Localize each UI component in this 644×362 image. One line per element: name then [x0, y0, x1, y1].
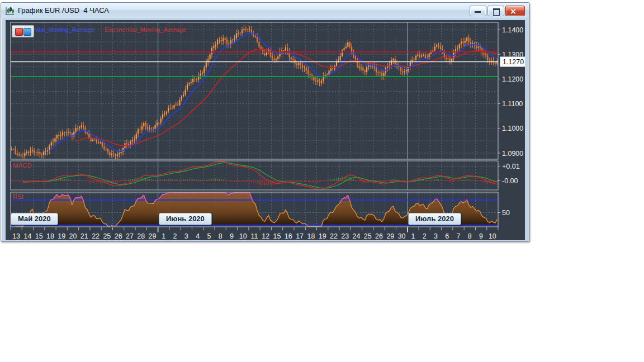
current-price-box: 1.1270	[500, 56, 525, 67]
svg-text:2: 2	[423, 232, 427, 240]
svg-text:-0.00: -0.00	[502, 177, 518, 185]
close-icon	[506, 6, 524, 16]
month-button-june[interactable]: Июнь 2020	[159, 213, 212, 225]
svg-text:20: 20	[69, 232, 77, 240]
minimize-button[interactable]	[470, 6, 486, 16]
legend-swatch-slow-ema[interactable]	[15, 28, 23, 36]
svg-text:6: 6	[445, 232, 449, 240]
svg-text:19: 19	[319, 232, 326, 240]
svg-text:21: 21	[80, 232, 88, 240]
svg-text:18: 18	[46, 232, 54, 240]
svg-text:24: 24	[353, 232, 361, 240]
svg-text:26: 26	[375, 232, 383, 240]
x-axis: 1314151819202122252627282912345891011121…	[11, 227, 498, 240]
close-button[interactable]	[505, 6, 525, 16]
svg-text:15: 15	[35, 232, 43, 240]
svg-text:1: 1	[162, 232, 165, 240]
svg-text:18: 18	[307, 232, 315, 240]
svg-text:7: 7	[457, 232, 461, 240]
svg-text:26: 26	[115, 232, 122, 240]
svg-text:9: 9	[230, 232, 234, 240]
svg-text:+0.01: +0.01	[502, 163, 520, 170]
macd-pane	[11, 161, 498, 189]
svg-text:13: 13	[12, 232, 20, 240]
svg-text:8: 8	[219, 232, 222, 240]
svg-text:3: 3	[184, 232, 188, 240]
chart-window: График EUR /USD 4 ЧАСА 1.14001.13001.120…	[1, 2, 530, 242]
svg-text:1.1000: 1.1000	[502, 125, 523, 132]
svg-text:25: 25	[364, 232, 372, 240]
ema-slow-line	[76, 49, 498, 146]
svg-text:12: 12	[262, 232, 269, 240]
svg-text:50: 50	[502, 209, 510, 217]
svg-text:1.1200: 1.1200	[502, 75, 523, 83]
svg-text:4: 4	[196, 232, 200, 240]
svg-text:23: 23	[341, 232, 349, 240]
svg-text:15: 15	[273, 232, 281, 240]
svg-text:19: 19	[58, 232, 65, 240]
chart-canvas[interactable]: 1.14001.13001.12001.11001.10001.0900+0.0…	[6, 20, 525, 240]
svg-text:27: 27	[126, 232, 134, 240]
svg-text:30: 30	[398, 232, 406, 240]
svg-text:9: 9	[479, 232, 483, 240]
minimize-icon	[475, 11, 481, 13]
svg-text:11: 11	[251, 232, 258, 240]
price-axis-labels: 1.14001.13001.12001.11001.10001.0900	[498, 26, 523, 158]
svg-text:14: 14	[23, 232, 31, 240]
panel-borders	[11, 22, 498, 227]
legend-swatches	[12, 25, 34, 37]
rsi-label: RSI	[13, 193, 23, 200]
window-title: График EUR /USD 4 ЧАСА	[18, 6, 109, 15]
window-controls	[470, 6, 525, 16]
svg-text:2: 2	[173, 232, 177, 240]
legend-swatch-fast-ema[interactable]	[23, 28, 31, 36]
svg-text:28: 28	[137, 232, 145, 240]
svg-text:1: 1	[411, 232, 415, 240]
svg-text:10: 10	[489, 232, 496, 240]
svg-text:5: 5	[207, 232, 211, 240]
rsi-axis-labels: 50	[498, 209, 510, 217]
svg-text:17: 17	[296, 232, 304, 240]
svg-text:8: 8	[468, 232, 472, 240]
gridlines	[11, 22, 498, 227]
svg-text:1.0900: 1.0900	[502, 150, 523, 158]
legend-label-slow-ema: Exponential_Moving_Average	[105, 26, 186, 33]
month-button-july[interactable]: Июль 2020	[408, 213, 461, 225]
svg-text:10: 10	[239, 232, 247, 240]
maximize-button[interactable]	[487, 6, 504, 16]
svg-text:22: 22	[92, 232, 100, 240]
svg-text:29: 29	[149, 232, 157, 240]
candlesticks	[11, 25, 498, 160]
maximize-icon	[493, 8, 500, 16]
svg-text:1.1100: 1.1100	[502, 100, 523, 108]
svg-text:16: 16	[285, 232, 292, 240]
macd-axis-labels: +0.01-0.00	[498, 163, 520, 185]
svg-text:22: 22	[330, 232, 338, 240]
svg-text:25: 25	[103, 232, 111, 240]
month-button-may[interactable]: Май 2020	[11, 213, 58, 225]
svg-text:1.1400: 1.1400	[502, 26, 523, 34]
chart-client-area: 1.14001.13001.12001.11001.10001.0900+0.0…	[6, 20, 525, 240]
titlebar[interactable]: График EUR /USD 4 ЧАСА	[1, 3, 529, 18]
svg-text:29: 29	[386, 232, 394, 240]
macd-label: MACD	[13, 162, 32, 169]
svg-text:3: 3	[434, 232, 438, 240]
candlestick-chart-icon	[5, 6, 15, 15]
